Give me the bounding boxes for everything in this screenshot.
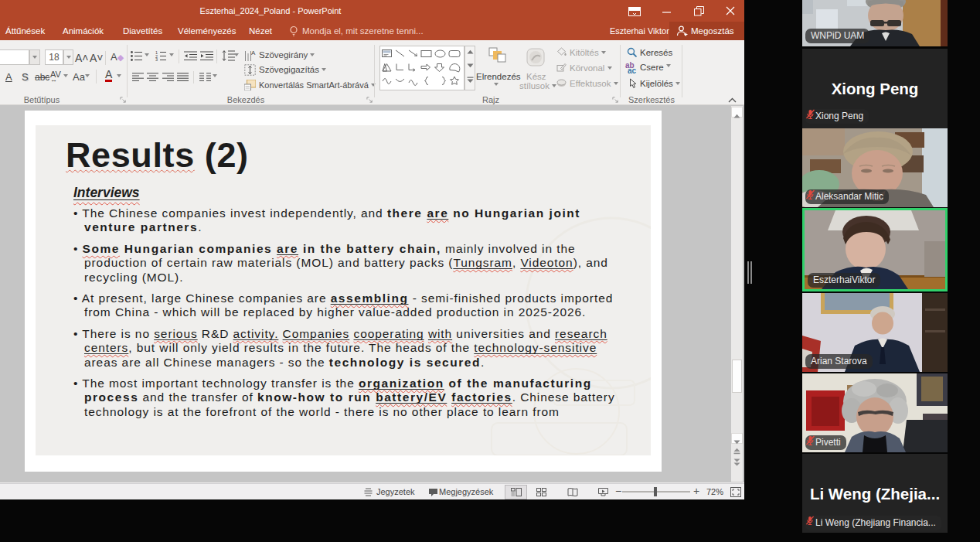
svg-text:3: 3 — [155, 57, 158, 61]
svg-text:A: A — [251, 49, 256, 56]
